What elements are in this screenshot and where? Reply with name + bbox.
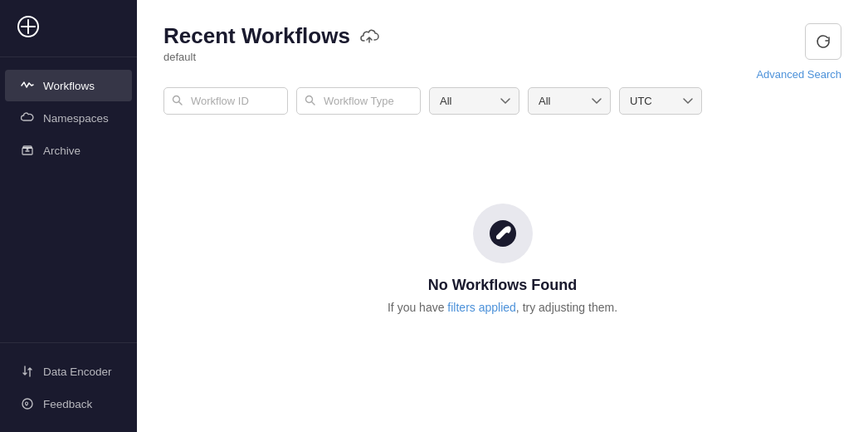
page-title-text: Recent Workflows — [163, 23, 350, 49]
heart-icon — [20, 396, 35, 411]
namespaces-label: Namespaces — [43, 112, 109, 125]
advanced-search-row: Advanced Search — [163, 68, 841, 81]
sidebar-item-workflows[interactable]: Workflows — [5, 70, 132, 101]
workflows-label: Workflows — [43, 80, 95, 92]
filter-row: All Running Completed Failed Cancelled T… — [163, 87, 841, 115]
logo-area — [0, 0, 137, 57]
refresh-icon — [816, 34, 831, 49]
cloud-icon — [20, 110, 35, 125]
status-select-2[interactable]: All — [528, 87, 611, 115]
temporal-logo-icon — [485, 216, 520, 251]
sidebar-nav: Workflows Namespaces Archive — [0, 57, 137, 342]
sidebar-item-feedback[interactable]: Feedback — [5, 388, 132, 420]
empty-state-title: No Workflows Found — [428, 277, 578, 294]
sidebar-item-data-encoder[interactable]: Data Encoder — [5, 356, 132, 387]
main-content: Recent Workflows default Advanced Search — [137, 0, 868, 432]
workflow-type-input[interactable] — [296, 87, 421, 115]
app-logo-icon — [17, 15, 40, 38]
archive-icon — [20, 143, 35, 158]
empty-state-icon — [473, 204, 533, 263]
empty-state-subtitle: If you have filters applied, try adjusti… — [388, 301, 617, 314]
workflow-id-wrap — [163, 87, 288, 115]
archive-label: Archive — [43, 145, 80, 157]
filters-applied-link[interactable]: filters applied — [447, 301, 516, 314]
sidebar-item-namespaces[interactable]: Namespaces — [5, 102, 132, 134]
svg-point-10 — [496, 235, 500, 239]
refresh-button[interactable] — [805, 23, 841, 60]
activity-icon — [20, 78, 35, 93]
feedback-label: Feedback — [43, 398, 92, 410]
cloud-upload-icon — [358, 28, 380, 45]
sidebar-item-archive[interactable]: Archive — [5, 135, 132, 166]
page-title: Recent Workflows — [163, 23, 380, 49]
sidebar: Workflows Namespaces Archive — [0, 0, 137, 432]
title-group: Recent Workflows default — [163, 23, 380, 63]
page-subtitle: default — [163, 51, 380, 63]
page-header: Recent Workflows default — [163, 23, 841, 63]
timezone-select[interactable]: UTC Local — [619, 87, 702, 115]
status-select-1[interactable]: All Running Completed Failed Cancelled T… — [429, 87, 519, 115]
arrows-updown-icon — [20, 364, 35, 379]
workflow-id-input[interactable] — [163, 87, 288, 115]
data-encoder-label: Data Encoder — [43, 366, 112, 378]
sidebar-bottom: Data Encoder Feedback — [0, 342, 137, 432]
workflow-type-wrap — [296, 87, 421, 115]
empty-state: No Workflows Found If you have filters a… — [163, 138, 841, 412]
advanced-search-link[interactable]: Advanced Search — [756, 68, 841, 81]
